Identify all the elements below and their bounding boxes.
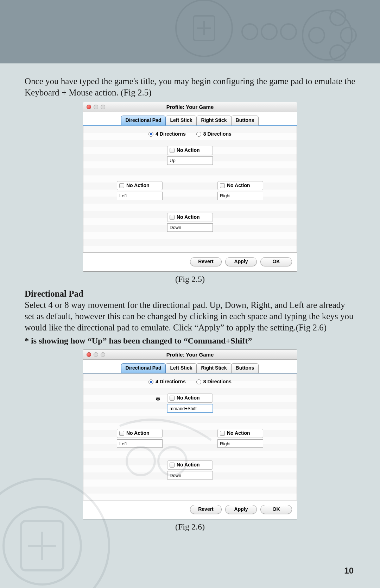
tab-right-stick[interactable]: Right Stick <box>196 116 231 125</box>
radio-checked-icon <box>148 132 153 137</box>
dpad-left-field[interactable] <box>117 192 163 200</box>
tab-buttons[interactable]: Buttons <box>231 116 259 125</box>
checkbox-icon <box>170 148 175 153</box>
tabs-row: Directional Pad Left Stick Right Stick B… <box>83 360 297 373</box>
svg-point-11 <box>309 27 324 43</box>
no-action-checkbox-left[interactable]: No Action <box>117 181 163 190</box>
window-titlebar: Profile: Your Game <box>83 350 297 360</box>
dpad-right-block: No Action <box>217 181 263 200</box>
radio-8-directions[interactable]: 8 Directions <box>196 131 232 137</box>
fig25-caption: (Fig 2.5) <box>25 274 355 285</box>
revert-button[interactable]: Revert <box>190 505 222 514</box>
revert-button[interactable]: Revert <box>190 257 222 266</box>
window-titlebar: Profile: Your Game <box>83 102 297 112</box>
radio-unchecked-icon <box>196 379 201 384</box>
radio-unchecked-icon <box>196 132 201 137</box>
svg-point-9 <box>341 27 356 43</box>
radio-8-label: 8 Directions <box>203 131 232 137</box>
ok-button[interactable]: OK <box>260 257 292 266</box>
checkbox-icon <box>119 431 124 436</box>
dpad-left-field[interactable] <box>117 439 163 448</box>
dpad-down-field[interactable] <box>167 223 213 232</box>
svg-point-5 <box>261 24 277 39</box>
radio-4-directions[interactable]: 4 Directiorns <box>148 379 186 385</box>
radio-8-directions[interactable]: 8 Directions <box>196 379 232 385</box>
controller-watermark-icon <box>162 0 373 67</box>
dpad-down-block: No Action <box>167 213 213 232</box>
dpad-up-block: No Action <box>167 146 213 165</box>
no-action-checkbox-up[interactable]: No Action <box>167 394 213 403</box>
dpad-down-field[interactable] <box>167 471 213 479</box>
tab-buttons[interactable]: Buttons <box>231 363 259 373</box>
note-line: * is showing how “Up” has been changed t… <box>25 335 355 346</box>
svg-point-7 <box>303 11 352 60</box>
body-paragraph: Select 4 or 8 way movement for the direc… <box>25 299 355 333</box>
no-action-checkbox-up[interactable]: No Action <box>167 146 213 155</box>
tab-left-stick[interactable]: Left Stick <box>165 116 197 125</box>
asterisk-marker: * <box>156 394 160 407</box>
dpad-up-field[interactable] <box>167 404 213 413</box>
tab-left-stick[interactable]: Left Stick <box>165 363 197 373</box>
window-button-bar: Revert Apply OK <box>83 253 297 271</box>
apply-button[interactable]: Apply <box>225 505 257 514</box>
dpad-right-block: No Action <box>217 429 263 448</box>
radio-4-label: 4 Directiorns <box>156 131 186 137</box>
radio-4-directions[interactable]: 4 Directiorns <box>148 131 186 137</box>
tab-right-stick[interactable]: Right Stick <box>196 363 231 373</box>
svg-point-6 <box>281 24 296 39</box>
dpad-right-field[interactable] <box>217 439 263 448</box>
checkbox-icon <box>220 183 225 188</box>
page-content: Once you have typed the game's title, yo… <box>0 63 380 532</box>
apply-button[interactable]: Apply <box>225 257 257 266</box>
dpad-left-block: No Action <box>117 181 163 200</box>
window-title: Profile: Your Game <box>83 104 297 110</box>
window-button-bar: Revert Apply OK <box>83 500 297 519</box>
radio-checked-icon <box>148 379 153 384</box>
no-action-checkbox-right[interactable]: No Action <box>217 429 263 438</box>
no-action-checkbox-left[interactable]: No Action <box>117 429 163 438</box>
tab-directional-pad[interactable]: Directional Pad <box>121 363 166 373</box>
section-heading: Directional Pad <box>25 288 355 299</box>
svg-point-4 <box>242 24 258 39</box>
no-action-checkbox-down[interactable]: No Action <box>167 460 213 470</box>
dpad-panel: 4 Directiorns 8 Directions No Action <box>83 126 297 253</box>
radio-4-label: 4 Directiorns <box>156 379 186 385</box>
checkbox-icon <box>119 183 124 188</box>
no-action-checkbox-right[interactable]: No Action <box>217 181 263 190</box>
no-action-checkbox-down[interactable]: No Action <box>167 213 213 222</box>
radio-8-label: 8 Directions <box>203 379 232 385</box>
fig26-caption: (Fig 2.6) <box>25 521 355 532</box>
tab-directional-pad[interactable]: Directional Pad <box>121 116 166 125</box>
page-header-band <box>0 0 380 63</box>
checkbox-icon <box>170 396 175 401</box>
profile-window-fig26: Profile: Your Game Directional Pad Left … <box>83 349 297 519</box>
intro-paragraph: Once you have typed the game's title, yo… <box>25 76 355 98</box>
dpad-panel: 4 Directiorns 8 Directions * No Action <box>83 373 297 500</box>
dpad-right-field[interactable] <box>217 192 263 200</box>
dpad-up-field[interactable] <box>167 156 213 165</box>
profile-window-fig25: Profile: Your Game Directional Pad Left … <box>83 102 297 272</box>
checkbox-icon <box>220 431 225 436</box>
dpad-down-block: No Action <box>167 460 213 479</box>
page-number: 10 <box>344 566 354 576</box>
dpad-left-block: No Action <box>117 429 163 448</box>
checkbox-icon <box>170 215 175 220</box>
tabs-row: Directional Pad Left Stick Right Stick B… <box>83 112 297 125</box>
checkbox-icon <box>170 463 175 468</box>
window-title: Profile: Your Game <box>83 351 297 358</box>
dpad-up-block: No Action <box>167 394 213 413</box>
ok-button[interactable]: OK <box>260 505 292 514</box>
